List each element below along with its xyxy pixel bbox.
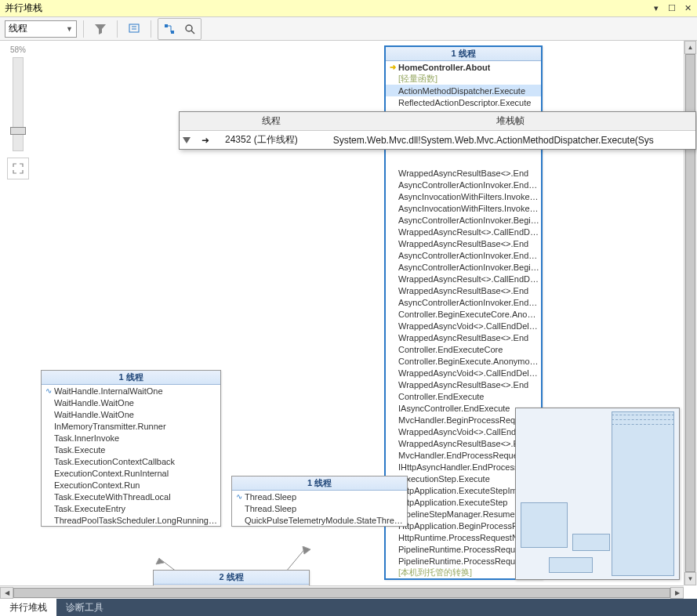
toolbar-separator [83, 20, 84, 38]
zoom-thumb[interactable] [10, 127, 26, 135]
stack-frame-label: Controller.EndExecute [398, 392, 484, 401]
stack-frame-row[interactable]: Controller.EndExecuteCore [386, 343, 541, 355]
stack-frame-row[interactable]: ActionMethodDispatcher.Execute [386, 85, 541, 96]
stack-frame-row[interactable]: Controller.BeginExecuteCore.AnonymousMet… [386, 308, 541, 320]
stack-frame-row[interactable]: ➜HomeController.About [386, 61, 541, 73]
tooltip-col-threads: 线程 [217, 112, 325, 131]
stack-box-left[interactable]: 1 线程 ∿WaitHandle.InternalWaitOneWaitHand… [41, 370, 221, 527]
stack-frame-row[interactable]: Task.ExecuteEntry [42, 502, 220, 514]
fit-to-screen-icon[interactable] [7, 158, 29, 179]
stack-box-header: 1 线程 [42, 371, 220, 385]
stack-frame-row[interactable]: AsyncInvocationWithFilters.InvokeActionM… [386, 190, 541, 202]
stack-frame-row[interactable]: InMemoryTransmitter.Runner [42, 420, 220, 432]
auto-scroll-icon[interactable] [180, 20, 200, 38]
stack-frame-row[interactable]: WrappedAsyncVoid<>.CallEndDelegate [386, 320, 541, 332]
stack-frame-label: AsyncControllerActionInvoker.BeginInvoke… [398, 216, 539, 225]
stack-frame-label: [轻量函数] [398, 73, 437, 85]
view-combo-label: 线程 [9, 22, 27, 35]
stack-frame-label: ThreadPoolTaskScheduler.LongRunningThrea… [54, 516, 219, 525]
stack-frame-row[interactable]: [轻量函数] [386, 73, 541, 85]
stack-frame-row[interactable]: AsyncControllerActionInvoker.BeginInvoke… [386, 214, 541, 226]
filter-icon[interactable] [90, 20, 111, 38]
filter-icon [183, 137, 191, 143]
scroll-left-icon[interactable]: ◀ [0, 587, 13, 599]
stack-frame-row[interactable]: WaitHandle.WaitOne [42, 397, 220, 408]
stack-frame-row[interactable]: WaitHandle.WaitOne [42, 408, 220, 420]
stack-frame-row[interactable]: AsyncControllerActionInvoker.BeginInvoke… [386, 261, 541, 273]
tooltip-frame: System.Web.Mvc.dll!System.Web.Mvc.Action… [325, 131, 695, 150]
stack-frame-row[interactable]: ThreadPoolTaskScheduler.LongRunningThrea… [42, 514, 220, 526]
stack-frame-row[interactable]: AsyncControllerActionInvoker.EndInvokeAc… [386, 179, 541, 190]
tooltip-thread: 24352 (工作线程) [217, 131, 325, 150]
stack-frame-label: Task.ExecuteEntry [54, 504, 125, 513]
stack-frame-row[interactable]: AsyncControllerActionInvoker.EndInvokeAc… [386, 249, 541, 261]
scroll-right-icon[interactable]: ▶ [670, 587, 684, 599]
stack-box-header: 1 线程 [386, 47, 541, 61]
toggle-method-icon[interactable] [159, 20, 180, 38]
toolbar-separator [151, 20, 151, 38]
stack-frame-row[interactable] [386, 155, 541, 167]
stack-frame-row[interactable]: AsyncInvocationWithFilters.InvokeActionM… [386, 202, 541, 214]
tab-parallel-stacks[interactable]: 并行堆栈 [0, 599, 56, 616]
stack-frame-row[interactable]: QuickPulseTelemetryModule.StateThreadWor… [232, 514, 407, 526]
stack-frame-row[interactable]: WrappedAsyncResultBase<>.End [386, 167, 541, 179]
stack-frame-row[interactable]: Thread.Sleep [232, 502, 407, 514]
window-close-icon[interactable]: ✕ [681, 3, 694, 14]
wait-icon: ∿ [43, 386, 54, 395]
toolbar-separator [117, 20, 118, 38]
stack-frame-row[interactable]: Task.Execute [42, 444, 220, 455]
stack-frame-row[interactable]: ExecutionContext.Run [42, 479, 220, 491]
stack-frame-row[interactable]: Controller.BeginExecute.AnonymousMethod_… [386, 355, 541, 367]
view-combo[interactable]: 线程 ▼ [5, 20, 77, 38]
stack-frame-row[interactable]: Controller.EndExecute [386, 390, 541, 402]
stack-frame-label: WrappedAsyncResultBase<>.End [398, 439, 528, 448]
stack-frame-row[interactable]: ReflectedActionDescriptor.Execute [386, 96, 541, 108]
stack-frame-row[interactable]: WrappedAsyncResult<>.CallEndDelegate [386, 273, 541, 284]
stack-frame-row[interactable]: Task.ExecuteWithThreadLocal [42, 491, 220, 502]
scroll-up-icon[interactable]: ▲ [684, 41, 696, 54]
stack-frame-row[interactable]: WrappedAsyncResultBase<>.End [386, 284, 541, 296]
scroll-track[interactable] [13, 587, 670, 599]
zoom-percent: 58% [10, 45, 26, 54]
stack-frame-label: WrappedAsyncResultBase<>.End [398, 380, 528, 390]
stack-frame-label: WaitHandle.WaitOne [54, 398, 134, 408]
stack-frame-row[interactable]: AsyncControllerActionInvoker.EndInvokeAc… [386, 296, 541, 308]
stack-frame-row[interactable]: WrappedAsyncResultBase<>.End [386, 379, 541, 390]
scroll-down-icon[interactable]: ▼ [684, 572, 696, 585]
stack-frame-label: Thread.Sleep [245, 504, 296, 513]
stack-frame-row[interactable]: WrappedAsyncResult<>.CallEndDelegate [386, 226, 541, 237]
stack-frame-label: WrappedAsyncResult<>.CallEndDelegate [398, 227, 539, 237]
zoom-controls: 58% [6, 45, 30, 179]
stack-frame-row[interactable]: Task.ExecutionContextCallback [42, 455, 220, 467]
stack-frame-label: AsyncControllerActionInvoker.BeginInvoke… [398, 263, 539, 272]
stack-frame-label: ExecutionContext.RunInternal [54, 469, 169, 478]
flag-threads-icon[interactable] [124, 20, 144, 38]
stack-frame-row[interactable]: Task.InnerInvoke [42, 432, 220, 444]
minimap[interactable] [515, 408, 680, 580]
stack-frame-label: AsyncControllerActionInvoker.EndInvokeAc… [398, 298, 539, 307]
stack-frame-row[interactable]: ∿WaitHandle.InternalWaitOne [42, 385, 220, 397]
stack-frame-label: HttpApplication.ExecuteStepImpl [398, 486, 524, 495]
stack-frame-row[interactable]: WrappedAsyncResultBase<>.End [386, 332, 541, 343]
stack-frame-label: ExecutionContext.Run [54, 480, 140, 490]
stack-frame-label: IAsyncController.EndExecute [398, 404, 510, 413]
stack-frame-label: Thread.Sleep [245, 492, 296, 502]
horizontal-scrollbar[interactable]: ◀ ▶ [0, 585, 684, 599]
stack-frame-label: MvcHandler.EndProcessRequest [398, 451, 525, 460]
window-dropdown-icon[interactable]: ▾ [650, 3, 663, 14]
stack-frame-row[interactable]: WrappedAsyncResultBase<>.End [386, 237, 541, 249]
toggle-group [158, 18, 201, 40]
stack-frame-row[interactable]: ExecutionContext.RunInternal [42, 467, 220, 479]
stack-canvas[interactable]: 58% 1 线程 ➜HomeController.About[轻量函数]Acti… [0, 41, 697, 599]
stack-box-mid[interactable]: 1 线程 ∿Thread.SleepThread.SleepQuickPulse… [231, 476, 408, 527]
stack-frame-label: HttpApplication.ExecuteStep [398, 498, 507, 507]
window-maximize-icon[interactable]: ☐ [666, 3, 678, 14]
stack-frame-row[interactable]: WrappedAsyncVoid<>.CallEndDelegate [386, 367, 541, 379]
zoom-slider[interactable] [13, 57, 24, 151]
stack-frame-row[interactable]: ∿Thread.Sleep [232, 491, 407, 502]
scroll-thumb[interactable] [13, 588, 670, 598]
tab-diagnostics[interactable]: 诊断工具 [56, 599, 113, 616]
stack-frame-label: [本机到托管的转换] [398, 567, 472, 578]
stack-frame-label: InMemoryTransmitter.Runner [54, 422, 166, 431]
stack-frame-label: Task.InnerInvoke [54, 433, 119, 443]
